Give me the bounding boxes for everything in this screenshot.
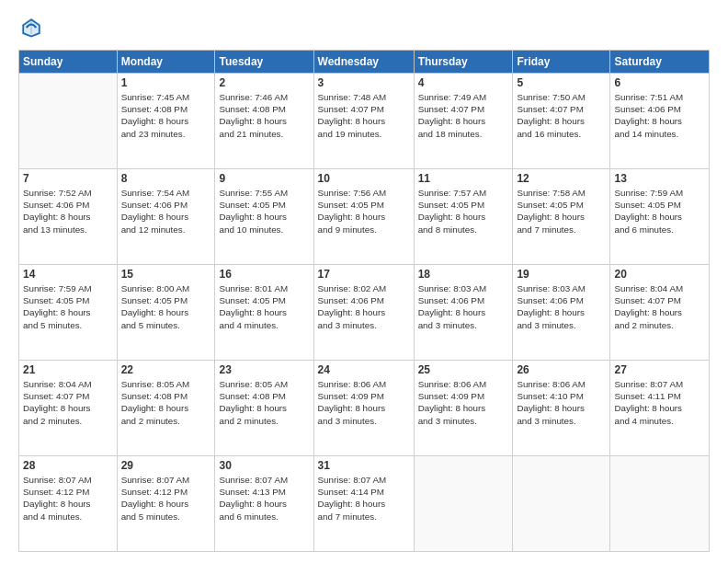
day-number: 12 (517, 172, 606, 185)
calendar-table: SundayMondayTuesdayWednesdayThursdayFrid… (18, 50, 710, 552)
day-info: Sunrise: 7:58 AM Sunset: 4:05 PM Dayligh… (517, 187, 606, 236)
day-number: 4 (418, 76, 509, 89)
day-info: Sunrise: 7:59 AM Sunset: 4:05 PM Dayligh… (614, 187, 705, 236)
calendar-day-cell: 18Sunrise: 8:03 AM Sunset: 4:06 PM Dayli… (414, 265, 513, 361)
day-info: Sunrise: 7:52 AM Sunset: 4:06 PM Dayligh… (23, 187, 113, 236)
day-number: 9 (219, 172, 309, 185)
day-info: Sunrise: 7:46 AM Sunset: 4:08 PM Dayligh… (219, 91, 309, 140)
day-number: 17 (318, 268, 410, 281)
calendar-day-cell: 1Sunrise: 7:45 AM Sunset: 4:08 PM Daylig… (117, 74, 215, 169)
day-number: 20 (614, 268, 705, 281)
calendar-week-row: 14Sunrise: 7:59 AM Sunset: 4:05 PM Dayli… (19, 265, 710, 361)
day-info: Sunrise: 7:54 AM Sunset: 4:06 PM Dayligh… (121, 187, 211, 236)
calendar-day-cell: 30Sunrise: 8:07 AM Sunset: 4:13 PM Dayli… (215, 456, 313, 552)
day-number: 25 (418, 363, 509, 376)
day-number: 24 (318, 363, 410, 376)
calendar-day-cell: 17Sunrise: 8:02 AM Sunset: 4:06 PM Dayli… (313, 265, 414, 361)
day-info: Sunrise: 7:49 AM Sunset: 4:07 PM Dayligh… (418, 91, 509, 140)
calendar-header-day: Monday (117, 51, 215, 74)
day-info: Sunrise: 8:03 AM Sunset: 4:06 PM Dayligh… (418, 282, 509, 331)
day-number: 31 (318, 459, 410, 472)
calendar-day-cell: 16Sunrise: 8:01 AM Sunset: 4:05 PM Dayli… (215, 265, 313, 361)
day-info: Sunrise: 7:45 AM Sunset: 4:08 PM Dayligh… (121, 91, 211, 140)
calendar-day-cell: 23Sunrise: 8:05 AM Sunset: 4:08 PM Dayli… (215, 361, 313, 456)
calendar-week-row: 21Sunrise: 8:04 AM Sunset: 4:07 PM Dayli… (19, 361, 710, 456)
calendar-day-cell (19, 74, 118, 169)
calendar-day-cell: 5Sunrise: 7:50 AM Sunset: 4:07 PM Daylig… (513, 74, 610, 169)
calendar-day-cell: 19Sunrise: 8:03 AM Sunset: 4:06 PM Dayli… (513, 265, 610, 361)
day-info: Sunrise: 8:04 AM Sunset: 4:07 PM Dayligh… (614, 282, 705, 331)
day-number: 18 (418, 268, 509, 281)
day-info: Sunrise: 8:06 AM Sunset: 4:10 PM Dayligh… (517, 378, 606, 427)
calendar-day-cell: 3Sunrise: 7:48 AM Sunset: 4:07 PM Daylig… (313, 74, 414, 169)
calendar-day-cell: 27Sunrise: 8:07 AM Sunset: 4:11 PM Dayli… (610, 361, 710, 456)
calendar-day-cell: 9Sunrise: 7:55 AM Sunset: 4:05 PM Daylig… (215, 169, 313, 265)
calendar-header-day: Saturday (610, 51, 710, 74)
calendar-day-cell: 21Sunrise: 8:04 AM Sunset: 4:07 PM Dayli… (19, 361, 118, 456)
page: SundayMondayTuesdayWednesdayThursdayFrid… (0, 0, 728, 563)
day-number: 11 (418, 172, 509, 185)
day-info: Sunrise: 8:01 AM Sunset: 4:05 PM Dayligh… (219, 282, 309, 331)
day-number: 29 (121, 459, 211, 472)
calendar-day-cell: 31Sunrise: 8:07 AM Sunset: 4:14 PM Dayli… (313, 456, 414, 552)
calendar-day-cell: 11Sunrise: 7:57 AM Sunset: 4:05 PM Dayli… (414, 169, 513, 265)
calendar-day-cell: 8Sunrise: 7:54 AM Sunset: 4:06 PM Daylig… (117, 169, 215, 265)
day-info: Sunrise: 7:48 AM Sunset: 4:07 PM Dayligh… (318, 91, 410, 140)
day-info: Sunrise: 7:51 AM Sunset: 4:06 PM Dayligh… (614, 91, 705, 140)
calendar-day-cell: 10Sunrise: 7:56 AM Sunset: 4:05 PM Dayli… (313, 169, 414, 265)
calendar-header-day: Sunday (19, 51, 118, 74)
calendar-week-row: 28Sunrise: 8:07 AM Sunset: 4:12 PM Dayli… (19, 456, 710, 552)
calendar-day-cell: 13Sunrise: 7:59 AM Sunset: 4:05 PM Dayli… (610, 169, 710, 265)
day-info: Sunrise: 8:07 AM Sunset: 4:14 PM Dayligh… (318, 474, 410, 523)
day-number: 27 (614, 363, 705, 376)
day-info: Sunrise: 8:05 AM Sunset: 4:08 PM Dayligh… (219, 378, 309, 427)
calendar-header-day: Friday (513, 51, 610, 74)
day-number: 23 (219, 363, 309, 376)
day-number: 30 (219, 459, 309, 472)
calendar-day-cell: 7Sunrise: 7:52 AM Sunset: 4:06 PM Daylig… (19, 169, 118, 265)
day-info: Sunrise: 7:57 AM Sunset: 4:05 PM Dayligh… (418, 187, 509, 236)
day-info: Sunrise: 8:02 AM Sunset: 4:06 PM Dayligh… (318, 282, 410, 331)
day-info: Sunrise: 7:55 AM Sunset: 4:05 PM Dayligh… (219, 187, 309, 236)
day-number: 6 (614, 76, 705, 89)
calendar-day-cell: 28Sunrise: 8:07 AM Sunset: 4:12 PM Dayli… (19, 456, 118, 552)
day-number: 10 (318, 172, 410, 185)
calendar-day-cell: 4Sunrise: 7:49 AM Sunset: 4:07 PM Daylig… (414, 74, 513, 169)
day-info: Sunrise: 7:59 AM Sunset: 4:05 PM Dayligh… (23, 282, 113, 331)
calendar-day-cell: 24Sunrise: 8:06 AM Sunset: 4:09 PM Dayli… (313, 361, 414, 456)
day-number: 13 (614, 172, 705, 185)
day-info: Sunrise: 8:04 AM Sunset: 4:07 PM Dayligh… (23, 378, 113, 427)
day-info: Sunrise: 8:07 AM Sunset: 4:12 PM Dayligh… (23, 474, 113, 523)
day-number: 5 (517, 76, 606, 89)
day-number: 15 (121, 268, 211, 281)
day-info: Sunrise: 8:07 AM Sunset: 4:11 PM Dayligh… (614, 378, 705, 427)
day-number: 19 (517, 268, 606, 281)
day-number: 2 (219, 76, 309, 89)
calendar-day-cell: 6Sunrise: 7:51 AM Sunset: 4:06 PM Daylig… (610, 74, 710, 169)
day-number: 8 (121, 172, 211, 185)
day-number: 26 (517, 363, 606, 376)
header (18, 15, 710, 40)
day-info: Sunrise: 8:00 AM Sunset: 4:05 PM Dayligh… (121, 282, 211, 331)
day-info: Sunrise: 7:56 AM Sunset: 4:05 PM Dayligh… (318, 187, 410, 236)
calendar-day-cell: 29Sunrise: 8:07 AM Sunset: 4:12 PM Dayli… (117, 456, 215, 552)
calendar-day-cell (414, 456, 513, 552)
logo-icon (18, 15, 44, 40)
day-info: Sunrise: 8:06 AM Sunset: 4:09 PM Dayligh… (418, 378, 509, 427)
calendar-week-row: 7Sunrise: 7:52 AM Sunset: 4:06 PM Daylig… (19, 169, 710, 265)
day-info: Sunrise: 8:06 AM Sunset: 4:09 PM Dayligh… (318, 378, 410, 427)
day-number: 22 (121, 363, 211, 376)
day-info: Sunrise: 7:50 AM Sunset: 4:07 PM Dayligh… (517, 91, 606, 140)
logo (18, 15, 48, 40)
calendar-day-cell: 25Sunrise: 8:06 AM Sunset: 4:09 PM Dayli… (414, 361, 513, 456)
day-info: Sunrise: 8:03 AM Sunset: 4:06 PM Dayligh… (517, 282, 606, 331)
calendar-day-cell: 14Sunrise: 7:59 AM Sunset: 4:05 PM Dayli… (19, 265, 118, 361)
calendar-day-cell: 12Sunrise: 7:58 AM Sunset: 4:05 PM Dayli… (513, 169, 610, 265)
calendar-header-day: Thursday (414, 51, 513, 74)
day-number: 1 (121, 76, 211, 89)
day-number: 21 (23, 363, 113, 376)
day-info: Sunrise: 8:05 AM Sunset: 4:08 PM Dayligh… (121, 378, 211, 427)
day-info: Sunrise: 8:07 AM Sunset: 4:12 PM Dayligh… (121, 474, 211, 523)
calendar-day-cell: 2Sunrise: 7:46 AM Sunset: 4:08 PM Daylig… (215, 74, 313, 169)
calendar-header-row: SundayMondayTuesdayWednesdayThursdayFrid… (19, 51, 710, 74)
